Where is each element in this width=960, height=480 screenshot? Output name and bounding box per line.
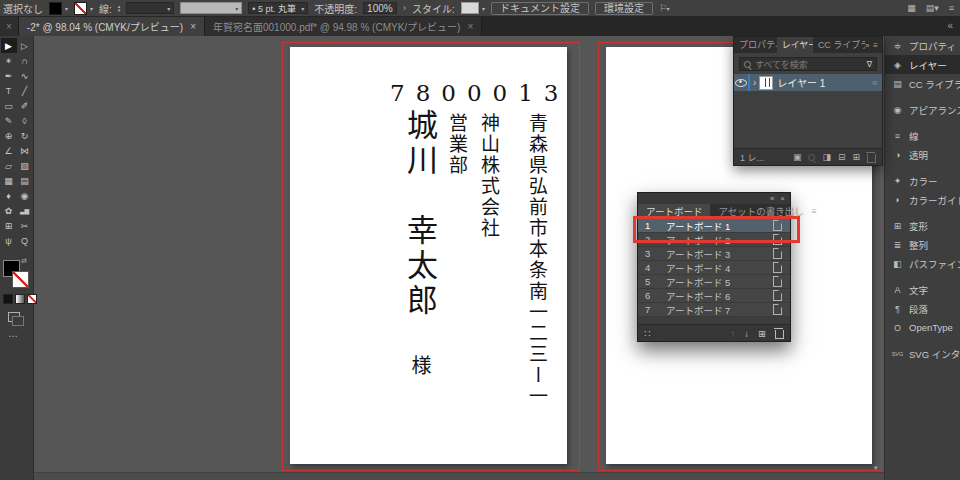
edit-toolbar-icon[interactable]: …: [8, 328, 18, 339]
pen-tool[interactable]: ✒: [1, 68, 17, 83]
filter-icon[interactable]: ∇: [867, 60, 872, 69]
paintbrush-tool[interactable]: ✐: [17, 98, 33, 113]
artboard-row[interactable]: 5アートボード 5: [638, 275, 790, 289]
pencil-tool[interactable]: ✎: [1, 113, 17, 128]
artboard-row[interactable]: 4アートボード 4: [638, 261, 790, 275]
width-tool[interactable]: ⋈: [17, 143, 33, 158]
make-mask-icon[interactable]: ◨: [822, 152, 831, 162]
document-setup-button[interactable]: ドキュメント設定: [491, 2, 589, 15]
none-button[interactable]: [27, 294, 37, 304]
tab-properties[interactable]: プロパティ: [734, 37, 777, 53]
blend-tool[interactable]: ◉: [17, 188, 33, 203]
dock-item-paragraph[interactable]: ¶段落: [885, 299, 960, 318]
free-transform-tool[interactable]: ▱: [1, 158, 17, 173]
symbol-sprayer-tool[interactable]: ✿: [1, 203, 17, 218]
layers-search-input[interactable]: すべてを検索 ∇: [739, 57, 877, 71]
dock-item-properties[interactable]: ≑プロパティ: [885, 36, 960, 55]
stroke-weight-select[interactable]: ▾: [126, 2, 174, 14]
zoom-tool[interactable]: Q: [17, 233, 33, 248]
opacity-options-icon[interactable]: ›: [403, 3, 406, 13]
swap-fill-stroke-icon[interactable]: ⇄: [21, 257, 27, 265]
new-sublayer-icon[interactable]: ⊟: [838, 152, 846, 162]
rearrange-artboards-icon[interactable]: ∷: [644, 328, 650, 339]
tab-close-icon[interactable]: ×: [467, 21, 473, 32]
dock-item-opentype[interactable]: OOpenType: [885, 318, 960, 337]
scroll-down-icon[interactable]: ▾: [874, 464, 878, 472]
new-artboard-icon[interactable]: ⊞: [758, 328, 766, 339]
brush-definition-select[interactable]: • 5 pt. 丸筆▾: [248, 2, 308, 14]
delete-layer-icon[interactable]: [867, 154, 876, 163]
tab-close-icon[interactable]: ×: [190, 21, 196, 32]
shape-builder-tool[interactable]: ⊕: [1, 128, 17, 143]
document-tab[interactable]: ×: [0, 17, 19, 36]
panel-menu-icon[interactable]: ≡: [873, 41, 878, 50]
dock-item-pathfinder[interactable]: ◧パスファイン...: [885, 254, 960, 273]
dock-item-color[interactable]: ✦カラー: [885, 171, 960, 190]
stroke-weight-stepper[interactable]: ▴▾: [118, 4, 121, 12]
expand-layer-icon[interactable]: ›: [750, 77, 759, 88]
color-button[interactable]: [3, 294, 13, 304]
magic-wand-tool[interactable]: ✶: [1, 53, 17, 68]
app-menu-icon[interactable]: ≡: [949, 3, 954, 13]
collect-for-export-icon[interactable]: ▣: [793, 152, 802, 162]
artboard-tool[interactable]: ⊞: [1, 218, 17, 233]
stroke-color-swatch[interactable]: [74, 2, 87, 15]
shaper-tool[interactable]: ◊: [17, 113, 33, 128]
lasso-tool[interactable]: ∩: [17, 53, 33, 68]
curvature-tool[interactable]: ∿: [17, 68, 33, 83]
stroke-dropdown-icon[interactable]: ▾: [90, 5, 93, 12]
rectangle-tool[interactable]: ▭: [1, 98, 17, 113]
dock-item-transform[interactable]: ⊞変形: [885, 216, 960, 235]
artboard-row[interactable]: 3アートボード 3: [638, 247, 790, 261]
hand-tool[interactable]: ψ: [1, 233, 17, 248]
dock-item-color-guide[interactable]: ◗カラーガイド: [885, 190, 960, 209]
fill-color-swatch[interactable]: [49, 2, 62, 15]
tab-overflow-icon[interactable]: »: [865, 41, 869, 50]
dock-item-appearance[interactable]: ◉アピアランス: [885, 100, 960, 119]
move-up-icon[interactable]: ↑: [731, 328, 736, 339]
slice-tool[interactable]: ✂: [17, 218, 33, 233]
fill-dropdown-icon[interactable]: ▾: [65, 5, 68, 12]
document-tab[interactable]: -2* @ 98.04 % (CMYK/プレビュー)×: [19, 17, 205, 36]
dock-collapse-icon[interactable]: «: [947, 20, 953, 31]
panel-collapse-icon[interactable]: «: [770, 194, 774, 203]
rotate-tool[interactable]: ↻: [17, 128, 33, 143]
style-swatch[interactable]: [461, 2, 479, 14]
dock-item-svg-interactivity[interactable]: SVGSVG インタ...: [885, 344, 960, 363]
artboards-menu-icon[interactable]: ≡: [812, 207, 822, 216]
artboard-row[interactable]: 6アートボード 6: [638, 289, 790, 303]
eyedropper-tool[interactable]: ♦: [1, 188, 17, 203]
share-icon[interactable]: ⚐ ▾: [659, 3, 670, 13]
dock-item-align[interactable]: ≣整列: [885, 235, 960, 254]
gradient-tool[interactable]: ▤: [17, 173, 33, 188]
style-dropdown-icon[interactable]: ▾: [482, 5, 485, 12]
dock-item-transparency[interactable]: ◑透明: [885, 145, 960, 164]
document-tab[interactable]: 年賀宛名面001000.pdf* @ 94.98 % (CMYK/プレビュー)×: [205, 17, 482, 36]
move-down-icon[interactable]: ↓: [744, 328, 749, 339]
scale-tool[interactable]: ∠: [1, 143, 17, 158]
visibility-toggle[interactable]: [734, 79, 748, 87]
tab-layers[interactable]: レイヤー: [777, 37, 813, 53]
dock-item-cc-libraries[interactable]: ▤CC ライブラリ: [885, 74, 960, 93]
brush-preview-select[interactable]: ▾: [180, 2, 242, 14]
gradient-button[interactable]: [15, 294, 25, 304]
opacity-input[interactable]: 100%: [363, 2, 397, 14]
new-layer-icon[interactable]: ⊞: [852, 152, 860, 162]
locate-object-icon[interactable]: [808, 154, 815, 161]
line-segment-tool[interactable]: ╱: [17, 83, 33, 98]
preferences-button[interactable]: 環境設定: [595, 2, 653, 15]
mesh-tool[interactable]: ▦: [1, 173, 17, 188]
target-circle-icon[interactable]: ○: [872, 78, 877, 87]
dock-item-layers[interactable]: ◈レイヤー: [885, 55, 960, 74]
dock-item-stroke[interactable]: ≡線: [885, 126, 960, 145]
workspace-switcher-icon[interactable]: ▤▾: [926, 3, 939, 13]
stroke-swatch[interactable]: [12, 271, 29, 288]
dock-item-character[interactable]: A文字: [885, 280, 960, 299]
layer-row[interactable]: › レイヤー 1 ○: [734, 74, 882, 91]
horizontal-scrollbar[interactable]: [34, 472, 884, 480]
tab-close-icon[interactable]: ×: [6, 21, 12, 32]
arrange-documents-icon[interactable]: ▦: [907, 3, 916, 13]
panel-close-icon[interactable]: ×: [780, 194, 785, 203]
artboard-1-page[interactable]: 7800013 青森県弘前市本条南一二三ー一 神山株式会社 営業部 城川 幸太郎…: [290, 47, 567, 464]
direct-selection-tool[interactable]: ▷: [17, 38, 33, 53]
